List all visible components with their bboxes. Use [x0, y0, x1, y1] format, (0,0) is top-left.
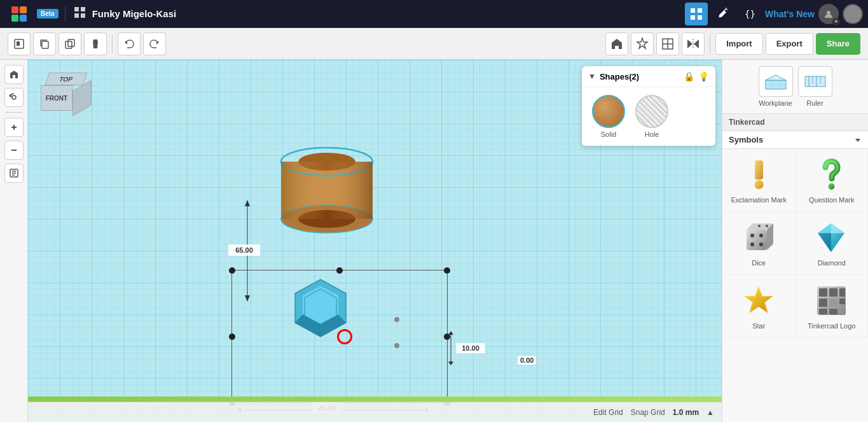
svg-rect-4 [691, 8, 695, 13]
toolbar-separator-2 [710, 35, 710, 53]
diamond-label: Diamond [818, 259, 846, 267]
question-mark-thumb [813, 157, 851, 192]
dim-10-label: 10.00 [438, 326, 514, 379]
svg-marker-54 [448, 331, 453, 335]
home-nav-button[interactable] [4, 65, 24, 84]
exclamation-mark-thumb [740, 157, 778, 192]
shapes-lock-icon[interactable]: 🔒 [684, 71, 694, 81]
hole-shape-item[interactable]: Hole [635, 95, 668, 138]
new-button[interactable] [8, 32, 31, 55]
dim-0-label: 0.00 [518, 354, 536, 365]
cube-top-face[interactable]: TOP [45, 73, 87, 85]
svg-rect-95 [819, 299, 827, 307]
tinkercad-logo-card[interactable]: Tinkercad Logo [796, 275, 869, 338]
height-handle-2[interactable] [394, 343, 399, 348]
handle-tm[interactable] [336, 267, 343, 274]
exclamation-mark-card[interactable]: Exclamation Mark [722, 149, 796, 212]
snap-grid-up-button[interactable]: ▲ [706, 408, 714, 417]
svg-rect-63 [805, 76, 825, 87]
svg-point-74 [829, 183, 835, 190]
height-handle-1[interactable] [394, 317, 399, 322]
cube-front-face[interactable]: FRONT [41, 85, 72, 111]
canvas-area[interactable]: TOP FRONT [28, 60, 722, 422]
svg-rect-97 [819, 309, 827, 314]
svg-rect-3 [81, 13, 85, 18]
solid-shape-circle[interactable] [592, 95, 625, 128]
add-user-button[interactable] [818, 4, 839, 24]
handle-ml[interactable] [229, 334, 235, 340]
export-button[interactable]: Export [766, 33, 813, 55]
toolbar-right-group: Import Export Share [605, 32, 860, 55]
whats-new-button[interactable]: What's New [765, 9, 815, 19]
right-sidebar: Workplane Ruler Tinkercad [722, 60, 868, 422]
logo-t [11, 6, 18, 13]
svg-marker-22 [687, 39, 692, 48]
import-button[interactable]: Import [715, 33, 762, 55]
edit-grid-button[interactable]: Edit Grid [593, 408, 623, 417]
grid-canvas: TOP FRONT [28, 60, 722, 422]
cylinder-shape[interactable] [276, 143, 378, 247]
workplane-tool[interactable]: Workplane [759, 66, 793, 107]
duplicate-button[interactable] [59, 32, 81, 55]
shapes-eye-icon[interactable]: 💡 [698, 71, 709, 81]
ruler-tool[interactable]: Ruler [798, 66, 832, 107]
dice-card[interactable]: Dice [722, 212, 796, 275]
grid-toggle-button[interactable] [656, 32, 679, 55]
hole-shape-circle[interactable] [635, 95, 668, 128]
svg-marker-17 [125, 41, 127, 45]
tinkercad-logo[interactable] [5, 3, 33, 25]
wrench-icon-button[interactable] [712, 3, 734, 25]
shapes-panel-title: Shapes(2) [600, 72, 680, 81]
fit-view-button[interactable] [4, 164, 24, 183]
shapes-collapse-arrow[interactable]: ▼ [588, 72, 596, 81]
svg-point-80 [750, 243, 754, 246]
svg-rect-99 [839, 299, 845, 304]
diamond-card[interactable]: Diamond [796, 212, 869, 275]
user-avatar[interactable] [843, 4, 863, 24]
handle-tr[interactable] [444, 267, 450, 274]
rotate-nav-button[interactable] [4, 88, 24, 107]
code-icon-button[interactable]: {} [738, 3, 761, 25]
zoom-in-button[interactable] [4, 118, 24, 137]
grid-view-button[interactable] [72, 4, 88, 23]
canvas-bottom-bar: Edit Grid Snap Grid 1.0 mm ▲ [28, 402, 722, 422]
view-cube[interactable]: TOP FRONT [41, 73, 92, 123]
shape-button[interactable] [631, 32, 654, 55]
tinkercad-logo-shape-thumb [813, 283, 851, 318]
svg-rect-6 [691, 15, 695, 20]
solid-shape-item[interactable]: Solid [592, 95, 625, 138]
ground-plane [28, 397, 722, 402]
undo-button[interactable] [118, 32, 141, 55]
svg-point-83 [766, 225, 768, 227]
star-label: Star [752, 322, 765, 330]
shapes-panel-header: ▼ Shapes(2) 🔒 💡 [582, 66, 715, 87]
svg-rect-75 [747, 230, 767, 250]
star-card[interactable]: Star [722, 275, 796, 338]
workplane-icon[interactable] [759, 66, 793, 97]
logo-n [11, 15, 18, 22]
home-view-button[interactable] [605, 32, 628, 55]
solid-label: Solid [601, 130, 616, 138]
delete-button[interactable] [84, 32, 107, 55]
grid-icon-button[interactable] [685, 3, 708, 25]
logo-k [20, 15, 27, 22]
zoom-out-button[interactable] [4, 141, 24, 160]
topbar-right: {} What's New [685, 3, 863, 25]
category-dropdown[interactable]: Symbols [722, 131, 868, 149]
ruler-icon[interactable] [798, 66, 832, 97]
mirror-button[interactable] [682, 32, 705, 55]
svg-text:10.00: 10.00 [462, 344, 479, 352]
svg-point-78 [750, 234, 754, 237]
redo-button[interactable] [143, 32, 166, 55]
project-title[interactable]: Funky Migelo-Kasi [92, 8, 681, 19]
svg-marker-55 [448, 362, 453, 365]
svg-rect-98 [829, 309, 837, 314]
share-button[interactable]: Share [816, 33, 860, 55]
copy-button[interactable] [33, 32, 56, 55]
workplane-label: Workplane [759, 99, 792, 107]
question-mark-card[interactable]: Question Mark [796, 149, 869, 212]
toolbar-separator-1 [112, 35, 113, 53]
svg-marker-59 [766, 75, 786, 80]
svg-rect-94 [839, 288, 845, 297]
svg-rect-15 [65, 41, 72, 48]
